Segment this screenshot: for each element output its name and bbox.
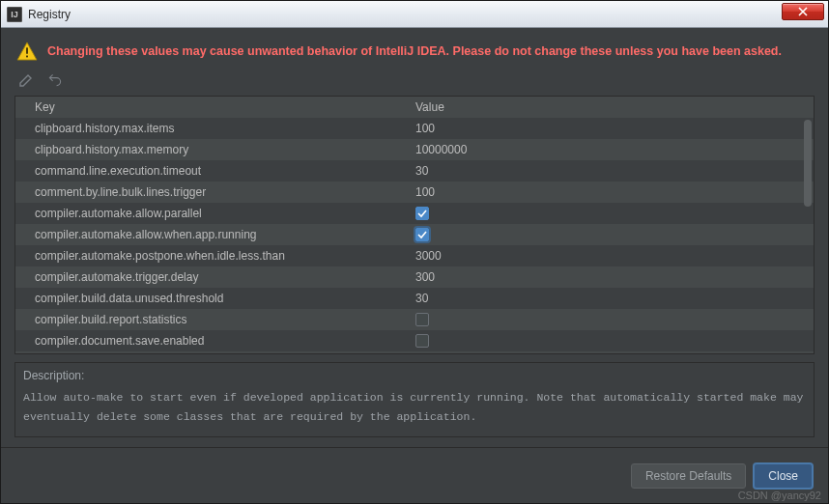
cell-value[interactable] [408,334,814,348]
column-header-key[interactable]: Key [15,100,408,114]
checkbox[interactable] [415,313,429,326]
cell-value[interactable]: 10000000 [408,143,814,156]
cell-value[interactable]: 3000 [408,249,814,263]
table-row[interactable]: command.line.execution.timeout30 [15,160,814,182]
close-button[interactable]: Close [754,463,813,489]
cell-key: compiler.build.report.statistics [15,313,408,326]
edit-button[interactable] [16,70,36,90]
cell-value[interactable]: 100 [408,122,814,135]
cell-key: compiler.automake.trigger.delay [15,270,408,284]
table-row[interactable]: comment.by.line.bulk.lines.trigger100 [15,182,814,203]
cell-key: clipboard.history.max.items [15,122,408,135]
table-row[interactable]: compiler.build.report.statistics [15,309,814,330]
table-row[interactable]: compiler.document.save.trigger.delay1500 [15,351,814,353]
restore-defaults-button[interactable]: Restore Defaults [631,463,746,489]
cell-value[interactable] [408,313,814,326]
description-panel: Description: Allow auto-make to start ev… [14,362,815,437]
svg-rect-1 [26,56,28,58]
cell-key: command.line.execution.timeout [15,164,408,178]
table-row[interactable]: compiler.automake.allow.when.app.running [15,224,814,245]
table-header: Key Value [15,97,814,118]
window-close-button[interactable] [782,3,824,20]
vertical-scrollbar[interactable] [804,120,812,207]
cell-key: clipboard.history.max.memory [15,143,408,156]
cell-value[interactable]: 100 [408,185,814,199]
titlebar: IJ Registry [1,1,828,28]
table-row[interactable]: compiler.automake.allow.parallel [15,203,814,224]
table-body: clipboard.history.max.items100clipboard.… [15,118,814,353]
warning-text: Changing these values may cause unwanted… [47,44,782,58]
cell-key: compiler.automake.allow.when.app.running [15,228,408,241]
description-label: Description: [23,369,806,382]
checkbox[interactable] [415,228,429,241]
table-row[interactable]: compiler.automake.postpone.when.idle.les… [15,245,814,266]
cell-value[interactable]: 1500 [408,351,814,353]
checkbox[interactable] [415,207,429,220]
table-row[interactable]: clipboard.history.max.memory10000000 [15,139,814,160]
svg-rect-0 [26,47,28,53]
table-row[interactable]: compiler.document.save.enabled [15,330,814,351]
pencil-icon [18,72,34,88]
cell-value[interactable]: 300 [408,270,814,284]
table-row[interactable]: compiler.build.data.unused.threshold30 [15,288,814,309]
app-icon: IJ [7,7,22,22]
warning-icon [16,42,38,61]
cell-key: compiler.document.save.trigger.delay [15,351,408,353]
registry-table: Key Value clipboard.history.max.items100… [14,96,815,354]
checkbox[interactable] [415,334,429,348]
cell-key: compiler.document.save.enabled [15,334,408,348]
cell-value[interactable] [408,228,814,241]
table-row[interactable]: clipboard.history.max.items100 [15,118,814,139]
revert-button[interactable] [45,70,65,90]
undo-icon [47,72,63,88]
dialog-footer: Restore Defaults Close [1,447,828,503]
close-icon [798,7,808,16]
cell-key: compiler.automake.postpone.when.idle.les… [15,249,408,263]
toolbar [1,70,828,96]
column-header-value[interactable]: Value [408,100,814,114]
cell-key: comment.by.line.bulk.lines.trigger [15,185,408,199]
warning-banner: Changing these values may cause unwanted… [1,28,828,70]
description-text: Allow auto-make to start even if develop… [23,388,806,426]
cell-value[interactable]: 30 [408,164,814,178]
cell-key: compiler.build.data.unused.threshold [15,292,408,305]
table-row[interactable]: compiler.automake.trigger.delay300 [15,266,814,288]
window-title: Registry [28,8,71,21]
cell-value[interactable] [408,207,814,220]
cell-key: compiler.automake.allow.parallel [15,207,408,220]
cell-value[interactable]: 30 [408,292,814,305]
